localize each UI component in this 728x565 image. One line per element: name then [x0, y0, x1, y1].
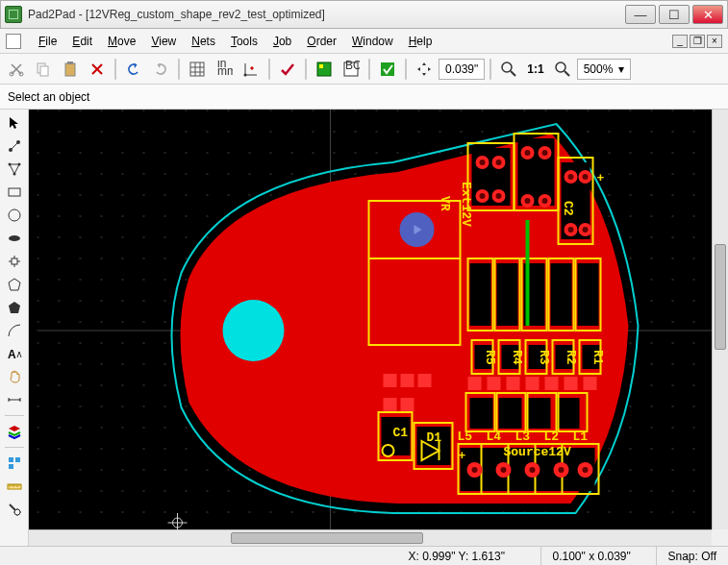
svg-rect-103	[418, 374, 432, 387]
board-button[interactable]	[312, 57, 337, 82]
status-snap[interactable]: Snap: Off	[657, 547, 728, 565]
label-vr: VR	[438, 196, 452, 211]
mdi-restore-button[interactable]: ❐	[690, 35, 705, 48]
zoom-dropdown[interactable]: 500%▾	[577, 59, 632, 80]
menu-job[interactable]: Job	[265, 33, 299, 50]
svg-point-9	[244, 73, 247, 76]
origin-button[interactable]	[238, 57, 264, 82]
svg-rect-47	[499, 398, 522, 429]
menu-file[interactable]: File	[31, 33, 64, 50]
svg-text:A: A	[8, 348, 16, 361]
svg-rect-28	[15, 457, 20, 462]
menu-nets[interactable]: Nets	[184, 33, 223, 50]
svg-rect-29	[9, 464, 13, 469]
fill-tool[interactable]	[4, 298, 25, 317]
menu-tools[interactable]: Tools	[223, 33, 265, 50]
ruler-tool[interactable]	[4, 477, 25, 496]
filled-circle-tool[interactable]	[4, 229, 25, 248]
label-r2: R2	[564, 350, 578, 365]
svg-point-16	[556, 62, 565, 72]
status-coords: X: 0.999" Y: 1.613"	[397, 547, 541, 565]
svg-rect-37	[497, 263, 518, 326]
menu-view[interactable]: View	[143, 33, 184, 50]
selection-prompt: Select an object	[8, 90, 89, 104]
grid-button[interactable]	[185, 57, 210, 82]
align-tool[interactable]	[4, 454, 25, 473]
scrollbar-thumb[interactable]	[715, 244, 726, 350]
pointer-tool[interactable]	[4, 113, 25, 133]
rect-tool[interactable]	[4, 183, 25, 202]
delete-button[interactable]	[85, 57, 110, 82]
pcb-board: VR Ext12V C2 + R1 R2 R3 R4 R5 L1 L2 L3 L…	[29, 110, 728, 546]
svg-point-123	[568, 227, 574, 233]
pan-tool[interactable]	[4, 367, 25, 386]
menu-edit[interactable]: Edit	[64, 33, 100, 50]
layers-button[interactable]	[4, 422, 25, 441]
scrollbar-thumb[interactable]	[231, 532, 423, 544]
svg-point-115	[480, 193, 486, 199]
svg-point-116	[496, 193, 502, 199]
units-mm-button[interactable]: inmm	[212, 57, 237, 82]
tool-palette: A	[0, 110, 29, 546]
svg-rect-11	[319, 64, 323, 68]
close-button[interactable]: ✕	[692, 5, 723, 24]
bom-button[interactable]: BOM	[339, 57, 364, 82]
settings-tool[interactable]	[4, 500, 25, 519]
label-l3: L3	[515, 430, 531, 444]
svg-point-122	[583, 174, 589, 180]
scrollbar-corner	[712, 529, 728, 546]
svg-point-125	[472, 467, 478, 473]
design-canvas[interactable]: VR Ext12V C2 + R1 R2 R3 R4 R5 L1 L2 L3 L…	[29, 110, 728, 546]
label-l5: L5	[458, 430, 473, 444]
svg-point-126	[501, 467, 507, 473]
svg-rect-27	[9, 457, 13, 462]
menu-help[interactable]: Help	[401, 33, 440, 50]
dimension-tool[interactable]	[4, 390, 25, 409]
menu-move[interactable]: Move	[100, 33, 143, 50]
svg-rect-36	[470, 263, 491, 326]
svg-point-128	[559, 467, 565, 473]
arc-tool[interactable]	[4, 321, 25, 340]
text-tool[interactable]: A	[4, 344, 25, 363]
copy-button[interactable]	[31, 57, 56, 82]
magnifier-icon[interactable]	[496, 57, 521, 82]
cut-button[interactable]	[4, 57, 29, 82]
label-l2: L2	[544, 430, 560, 444]
component-tool[interactable]	[4, 252, 25, 271]
check-button[interactable]	[275, 57, 300, 82]
svg-rect-6	[190, 62, 204, 76]
trace-tool[interactable]	[4, 136, 25, 156]
svg-rect-101	[384, 374, 397, 387]
polygon-tool[interactable]	[4, 275, 25, 294]
svg-rect-3	[40, 66, 48, 76]
svg-rect-108	[507, 377, 520, 390]
paste-button[interactable]	[58, 57, 83, 82]
label-l4: L4	[487, 430, 502, 444]
svg-point-113	[480, 160, 486, 165]
redo-button[interactable]	[148, 57, 173, 82]
maximize-button[interactable]: ☐	[659, 5, 690, 24]
svg-rect-107	[488, 377, 501, 390]
move-arrows-icon[interactable]	[412, 57, 437, 82]
svg-rect-104	[384, 398, 397, 411]
undo-button[interactable]	[121, 57, 146, 82]
app-icon	[5, 6, 22, 23]
menu-window[interactable]: Window	[344, 33, 401, 50]
label-r1: R1	[590, 350, 605, 365]
mdi-minimize-button[interactable]: _	[672, 35, 688, 48]
drc-button[interactable]	[375, 57, 400, 82]
label-ext12v: Ext12V	[459, 182, 473, 227]
svg-rect-112	[584, 377, 597, 390]
svg-rect-109	[526, 377, 540, 390]
magnifier2-icon[interactable]	[550, 57, 575, 82]
minimize-button[interactable]: —	[625, 5, 656, 24]
connect-tool[interactable]	[4, 160, 25, 179]
menu-order[interactable]: Order	[299, 33, 344, 50]
circle-tool[interactable]	[4, 206, 25, 225]
mdi-close-button[interactable]: ×	[707, 35, 722, 48]
pitch-value[interactable]: 0.039"	[439, 59, 485, 80]
vertical-scrollbar[interactable]	[712, 110, 728, 529]
svg-point-23	[9, 209, 20, 221]
horizontal-scrollbar[interactable]	[29, 529, 712, 546]
label-r3: R3	[537, 350, 551, 365]
